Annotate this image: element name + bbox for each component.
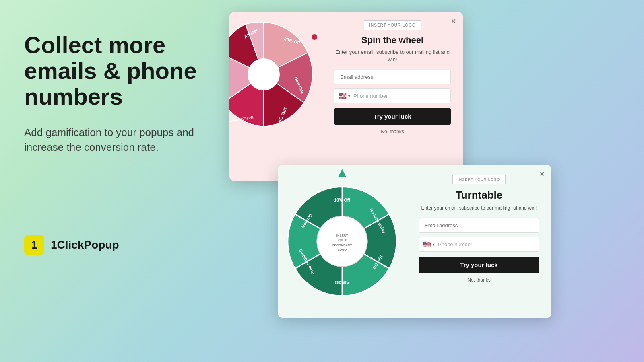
popup2-subtitle: Enter your email, subscribe to our maili… <box>421 205 537 212</box>
svg-text:YOUR: YOUR <box>338 239 347 242</box>
svg-text:LOGO: LOGO <box>338 248 347 251</box>
wheel-pointer-1 <box>312 34 317 40</box>
popup2-title: Turntable <box>456 189 503 202</box>
phone-input-wrapper-1: 🇺🇸 ▾ Phone number <box>334 88 451 103</box>
wheel-area-2: INSERT YOUR SECONDARY LOGO Nothing 10% O… <box>278 165 407 318</box>
turntable-wheel: INSERT YOUR SECONDARY LOGO Nothing 10% O… <box>284 183 400 300</box>
phone-input-wrapper-2: 🇺🇸 ▾ Phone number <box>419 237 539 252</box>
popup1-subtitle: Enter your email, subscribe to our maili… <box>334 49 451 63</box>
email-input-1[interactable] <box>334 70 451 84</box>
close-button-1[interactable]: ✕ <box>448 16 458 26</box>
popup2-form: ✕ INSERT YOUR LOGO Turntable Enter your … <box>407 165 551 318</box>
cta-button-1[interactable]: Try your luck <box>334 108 451 125</box>
flag-arrow-1[interactable]: ▾ <box>348 94 350 98</box>
flag-icon-2: 🇺🇸 <box>423 241 431 248</box>
popup1: 30% Off Next time 10% Off No luck today … <box>229 12 463 181</box>
brand: 1 1ClickPopup <box>24 235 217 255</box>
no-thanks-2[interactable]: No, thanks <box>467 277 490 283</box>
wheel-pointer-2 <box>338 169 346 177</box>
wheel-area-1: 30% Off Next time 10% Off No luck today … <box>229 12 322 181</box>
flag-icon-1: 🇺🇸 <box>339 92 347 100</box>
phone-placeholder-1: Phone number <box>353 93 388 99</box>
logo-2: INSERT YOUR LOGO <box>452 175 506 184</box>
svg-text:INSERT: INSERT <box>336 234 348 237</box>
main-heading: Collect more emails & phone numbers <box>24 32 217 109</box>
svg-text:10% Off: 10% Off <box>334 197 350 202</box>
no-thanks-1[interactable]: No, thanks <box>381 129 404 134</box>
close-button-2[interactable]: ✕ <box>537 169 547 179</box>
cta-button-2[interactable]: Try your luck <box>419 257 539 273</box>
sub-text: Add gamification to your popups and incr… <box>24 125 217 154</box>
popup1-title: Spin the wheel <box>361 35 423 45</box>
flag-arrow-2[interactable]: ▾ <box>433 242 435 247</box>
svg-text:SECONDARY: SECONDARY <box>332 243 352 247</box>
svg-point-0 <box>248 58 280 90</box>
brand-icon: 1 <box>24 235 44 255</box>
brand-name: 1ClickPopup <box>51 239 119 251</box>
logo-1: INSERT YOUR LOGO <box>364 20 421 30</box>
phone-placeholder-2: Phone number <box>438 241 472 247</box>
email-input-2[interactable] <box>419 218 539 233</box>
popup1-form: ✕ INSERT YOUR LOGO Spin the wheel Enter … <box>322 12 463 181</box>
spin-wheel: 30% Off Next time 10% Off No luck today … <box>229 16 322 133</box>
svg-text:Almost: Almost <box>335 280 349 285</box>
left-content: Collect more emails & phone numbers Add … <box>24 32 217 255</box>
popup2: INSERT YOUR SECONDARY LOGO Nothing 10% O… <box>278 165 551 318</box>
